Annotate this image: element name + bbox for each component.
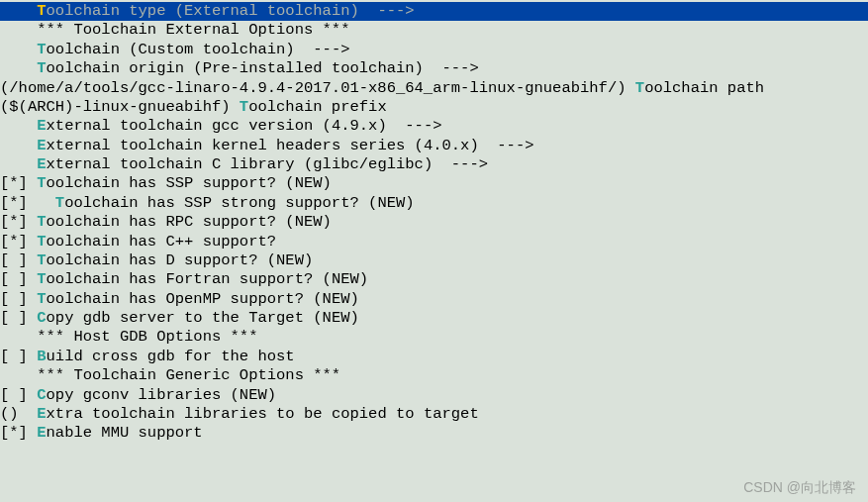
checkbox-mark: [ ] <box>0 251 37 269</box>
checkbox-item[interactable]: [ ] Toolchain has D support? (NEW) <box>0 251 868 270</box>
menu-label: xtra toolchain libraries to be copied to… <box>47 405 479 423</box>
checkbox-mark: [ ] <box>0 348 37 365</box>
checkbox-mark: [ ] <box>0 386 37 404</box>
checkbox-item[interactable]: [ ] Toolchain has Fortran support? (NEW) <box>0 270 868 289</box>
hotkey: T <box>37 59 46 77</box>
hotkey: T <box>37 2 46 20</box>
menu-label: *** Toolchain Generic Options *** <box>37 366 340 384</box>
menu-label: xternal toolchain C library (glibc/eglib… <box>47 155 488 173</box>
hotkey: T <box>37 174 46 192</box>
menu-label: xternal toolchain gcc version (4.9.x) --… <box>47 117 442 135</box>
checkbox-mark: [*] <box>0 194 55 212</box>
hotkey: B <box>37 348 46 365</box>
hotkey: E <box>37 155 46 173</box>
menu-item[interactable]: Toolchain type (External toolchain) ---> <box>0 2 868 21</box>
menu-item[interactable]: External toolchain C library (glibc/egli… <box>0 155 868 174</box>
hotkey: T <box>37 213 46 231</box>
checkbox-item[interactable]: [*] Toolchain has SSP strong support? (N… <box>0 194 868 213</box>
menuconfig-panel: Toolchain type (External toolchain) --->… <box>0 2 868 444</box>
menu-label: oolchain has SSP strong support? (NEW) <box>64 194 414 212</box>
checkbox-mark: [*] <box>0 213 37 231</box>
checkbox-mark: [ ] <box>0 290 37 308</box>
hotkey: T <box>55 194 64 212</box>
checkbox-item[interactable]: [*] Toolchain has RPC support? (NEW) <box>0 213 868 232</box>
checkbox-mark: [*] <box>0 174 37 192</box>
menu-label: *** Toolchain External Options *** <box>37 21 349 39</box>
prefix-value: ($(ARCH)-linux-gnueabihf) <box>0 98 240 116</box>
menu-label: oolchain path <box>644 79 764 97</box>
checkbox-mark: () <box>0 405 37 423</box>
section-header: *** Host GDB Options *** <box>0 328 868 347</box>
checkbox-item[interactable]: [*] Enable MMU support <box>0 424 868 443</box>
toolchain-path-item[interactable]: (/home/a/tools/gcc-linaro-4.9.4-2017.01-… <box>0 79 868 98</box>
hotkey: T <box>37 251 46 269</box>
menu-item[interactable]: External toolchain gcc version (4.9.x) -… <box>0 117 868 136</box>
menu-label: oolchain has SSP support? (NEW) <box>47 174 332 192</box>
menu-label: xternal toolchain kernel headers series … <box>47 137 534 154</box>
menu-label: oolchain (Custom toolchain) ---> <box>47 41 350 58</box>
hotkey: T <box>240 98 248 116</box>
checkbox-mark: [ ] <box>0 270 37 288</box>
hotkey: T <box>37 270 46 288</box>
menu-label: oolchain has D support? (NEW) <box>47 251 314 269</box>
section-header: *** Toolchain Generic Options *** <box>0 366 868 385</box>
checkbox-mark: [*] <box>0 424 37 442</box>
toolchain-prefix-item[interactable]: ($(ARCH)-linux-gnueabihf) Toolchain pref… <box>0 98 868 117</box>
checkbox-mark: [ ] <box>0 309 37 327</box>
hotkey: C <box>37 386 46 404</box>
menu-label: uild cross gdb for the host <box>47 348 295 365</box>
hotkey: T <box>635 79 644 97</box>
section-header: *** Toolchain External Options *** <box>0 21 868 40</box>
menu-label: oolchain has Fortran support? (NEW) <box>47 270 369 288</box>
checkbox-item[interactable]: [*] Toolchain has SSP support? (NEW) <box>0 174 868 193</box>
checkbox-item[interactable]: [ ] Copy gdb server to the Target (NEW) <box>0 309 868 328</box>
hotkey: E <box>37 405 46 423</box>
menu-label: opy gdb server to the Target (NEW) <box>47 309 359 327</box>
menu-label: oolchain prefix <box>248 98 387 116</box>
menu-label: oolchain type (External toolchain) ---> <box>47 2 415 20</box>
checkbox-mark <box>0 366 37 384</box>
hotkey: E <box>37 424 46 442</box>
checkbox-item[interactable]: [*] Toolchain has C++ support? <box>0 233 868 251</box>
checkbox-mark: [*] <box>0 233 37 251</box>
hotkey: T <box>37 233 46 251</box>
hotkey: E <box>37 117 46 135</box>
menu-label: nable MMU support <box>47 424 203 442</box>
menu-label: oolchain has C++ support? <box>47 233 277 251</box>
checkbox-mark <box>0 328 37 346</box>
hotkey: C <box>37 309 46 327</box>
checkbox-item[interactable]: () Extra toolchain libraries to be copie… <box>0 405 868 424</box>
menu-label: oolchain origin (Pre-installed toolchain… <box>47 59 479 77</box>
hotkey: E <box>37 137 46 154</box>
hotkey: T <box>37 290 46 308</box>
path-value: (/home/a/tools/gcc-linaro-4.9.4-2017.01-… <box>0 79 635 97</box>
checkbox-item[interactable]: [ ] Toolchain has OpenMP support? (NEW) <box>0 290 868 309</box>
menu-label: opy gconv libraries (NEW) <box>47 386 277 404</box>
menu-item[interactable]: Toolchain origin (Pre-installed toolchai… <box>0 59 868 78</box>
menu-item[interactable]: Toolchain (Custom toolchain) ---> <box>0 41 868 59</box>
menu-label: oolchain has OpenMP support? (NEW) <box>47 290 359 308</box>
menu-label: oolchain has RPC support? (NEW) <box>47 213 332 231</box>
menu-item[interactable]: External toolchain kernel headers series… <box>0 137 868 155</box>
watermark: CSDN @向北博客 <box>743 479 856 497</box>
checkbox-item[interactable]: [ ] Build cross gdb for the host <box>0 348 868 366</box>
menu-label: *** Host GDB Options *** <box>37 328 257 346</box>
hotkey: T <box>37 41 46 58</box>
checkbox-item[interactable]: [ ] Copy gconv libraries (NEW) <box>0 386 868 405</box>
